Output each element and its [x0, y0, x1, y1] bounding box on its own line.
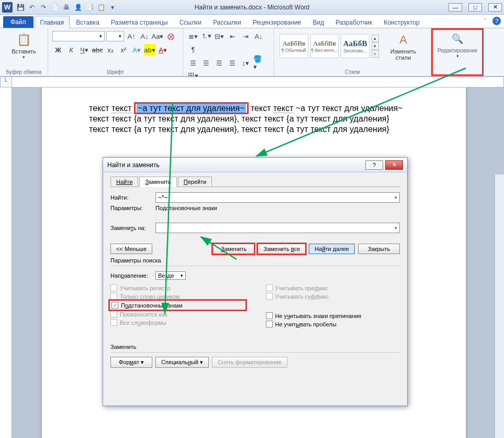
show-marks-icon[interactable]: ¶	[187, 43, 199, 55]
shrink-font-icon[interactable]: A↓	[139, 30, 150, 42]
replace-button[interactable]: Заменить	[212, 244, 254, 254]
check-wildcards[interactable]: ✓Подстановочные знаки	[110, 301, 245, 309]
font-size-combo[interactable]: ▾	[106, 31, 124, 41]
clear-formatting-button: Снять форматирование	[212, 357, 287, 368]
dialog-close-button[interactable]: ✕	[385, 160, 403, 170]
qat-icon[interactable]: 🖶	[62, 3, 71, 12]
tab-design[interactable]: Конструктор	[378, 16, 424, 28]
font-face-combo[interactable]: ▾	[52, 31, 105, 41]
style-item[interactable]: АаБбВв¶ Обычный	[279, 34, 308, 58]
align-center-icon[interactable]: ☰	[200, 57, 212, 69]
format-button[interactable]: Формат ▾	[110, 357, 152, 368]
paste-button[interactable]: 📋 Вставить ▾	[4, 30, 43, 61]
doc-line: текст текст ~а тут текст для удаления~ т…	[89, 103, 419, 114]
tab-view[interactable]: Вид	[307, 16, 329, 28]
ribbon: 📋 Вставить ▾ Буфер обмена ▾ ▾ A↑ A↓ Aa▾ …	[0, 28, 504, 76]
tab-replace[interactable]: Заменить	[139, 177, 176, 187]
replace-input[interactable]: ▾	[155, 223, 400, 233]
window-title: Найти и заменить.docx - Microsoft Word	[195, 4, 310, 11]
maximize-button[interactable]: □	[468, 3, 482, 12]
tab-references[interactable]: Ссылки	[174, 16, 207, 28]
undo-icon[interactable]: ↶	[27, 3, 37, 12]
tab-mailings[interactable]: Рассылки	[208, 16, 247, 28]
special-button[interactable]: Специальный ▾	[155, 357, 209, 368]
search-params-label: Параметры поиска	[110, 257, 400, 264]
quick-access-toolbar: 💾 ↶ ↷ 📄 🖶 👤 📑 📋 ▾	[16, 3, 117, 12]
vertical-ruler[interactable]	[0, 87, 12, 438]
align-right-icon[interactable]: ☰	[214, 57, 225, 69]
save-icon[interactable]: 💾	[16, 3, 25, 12]
clear-format-icon[interactable]: ⨂	[165, 30, 176, 42]
qat-icon[interactable]: 📋	[96, 3, 106, 12]
file-tab[interactable]: Файл	[3, 16, 33, 28]
dialog-titlebar[interactable]: Найти и заменить ? ✕	[103, 158, 407, 172]
sort-icon[interactable]: A↓	[253, 30, 264, 42]
params-label: Параметры:	[110, 205, 155, 211]
ruler-corner[interactable]: L	[0, 76, 12, 87]
close-window-button[interactable]: ✕	[488, 3, 502, 12]
replace-label: Заменить на:	[110, 225, 155, 231]
justify-icon[interactable]: ☰	[227, 57, 238, 69]
styles-more-icon[interactable]: ▿	[372, 50, 379, 58]
tab-find[interactable]: Найти	[110, 177, 138, 187]
text-effects-icon[interactable]: A▾	[131, 44, 142, 56]
styles-up-icon[interactable]: ▴	[372, 35, 379, 42]
find-replace-dialog: Найти и заменить ? ✕ Найти Заменить Пере…	[103, 157, 408, 406]
multilevel-icon[interactable]: ⊟▾	[214, 30, 225, 42]
style-item[interactable]: АаБбВЗаголово...	[341, 34, 369, 58]
tab-review[interactable]: Рецензирование	[248, 16, 307, 28]
editing-group[interactable]: 🔍 Редактирование ▾	[431, 28, 484, 76]
decrease-indent-icon[interactable]: ⇤	[227, 30, 238, 42]
change-styles-button[interactable]: A Изменить стили	[380, 30, 427, 62]
shading-icon[interactable]: 🪣▾	[253, 57, 264, 69]
align-left-icon[interactable]: ☰	[187, 57, 199, 69]
strike-icon[interactable]: abc	[92, 44, 103, 56]
check-match-case: Учитывать регистр	[110, 284, 245, 291]
subscript-icon[interactable]: x₂	[105, 44, 116, 56]
superscript-icon[interactable]: x²	[118, 44, 129, 56]
highlight-icon[interactable]: ab▾	[144, 44, 155, 56]
tab-home[interactable]: Главная	[35, 16, 70, 28]
check-ignore-punct[interactable]: Не учитывать знаки препинания	[266, 312, 400, 319]
dialog-help-button[interactable]: ?	[365, 160, 383, 170]
check-ignore-space[interactable]: Не учитывать пробелы	[266, 321, 400, 327]
tab-developer[interactable]: Разработчик	[330, 16, 377, 28]
line-spacing-icon[interactable]: ↕▾	[240, 57, 251, 69]
font-color-icon[interactable]: A▾	[157, 44, 169, 56]
dialog-title: Найти и заменить	[107, 161, 160, 169]
minimize-button[interactable]: —	[449, 3, 462, 12]
group-label: Буфер обмена	[4, 68, 43, 75]
less-button[interactable]: << Меньше	[110, 244, 152, 254]
replace-all-button[interactable]: Заменить все	[257, 244, 306, 254]
vertical-scrollbar[interactable]	[495, 174, 504, 438]
direction-select[interactable]: Везде▾	[155, 271, 186, 280]
help-icon[interactable]: ?	[492, 17, 501, 25]
numbering-icon[interactable]: ⒈▾	[200, 30, 212, 42]
increase-indent-icon[interactable]: ⇥	[240, 30, 251, 42]
doc-line: текст текст {а тут текст для удаления}, …	[89, 124, 419, 135]
qat-dropdown-icon[interactable]: ▾	[108, 3, 117, 12]
minimize-ribbon-icon[interactable]: ˇ	[481, 17, 489, 25]
bold-icon[interactable]: Ж	[52, 44, 64, 56]
change-case-icon[interactable]: Aa▾	[152, 30, 163, 42]
qat-icon[interactable]: 📄	[50, 3, 60, 12]
tab-insert[interactable]: Вставка	[71, 16, 105, 28]
document-content[interactable]: текст текст ~а тут текст для удаления~ т…	[42, 87, 466, 150]
tab-goto[interactable]: Перейти	[178, 177, 212, 187]
grow-font-icon[interactable]: A↑	[126, 30, 137, 42]
qat-icon[interactable]: 📑	[85, 3, 94, 12]
check-whole-word: Только слово целиком	[110, 293, 245, 300]
redo-icon[interactable]: ↷	[39, 3, 48, 12]
tab-layout[interactable]: Разметка страницы	[106, 16, 173, 28]
bullets-icon[interactable]: ≣▾	[187, 30, 199, 42]
horizontal-ruler[interactable]	[12, 76, 504, 87]
qat-icon[interactable]: 👤	[73, 3, 83, 12]
style-item[interactable]: АаБбВв¶ Без инте...	[310, 34, 339, 58]
styles-down-icon[interactable]: ▾	[372, 42, 379, 50]
find-next-button[interactable]: Найти далее	[309, 244, 355, 254]
italic-icon[interactable]: К	[65, 44, 77, 56]
close-button[interactable]: Закрыть	[358, 244, 400, 254]
titlebar: W 💾 ↶ ↷ 📄 🖶 👤 📑 📋 ▾ Найти и заменить.doc…	[0, 0, 504, 15]
find-input[interactable]: ~*~▾	[155, 192, 400, 203]
underline-icon[interactable]: Ч▾	[79, 44, 90, 56]
